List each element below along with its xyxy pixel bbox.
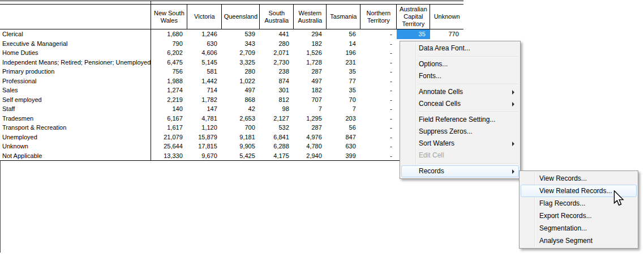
data-cell[interactable]: 4,606 xyxy=(187,48,222,58)
data-cell[interactable]: - xyxy=(360,29,397,39)
data-cell[interactable]: 497 xyxy=(222,86,260,95)
data-cell[interactable]: 182 xyxy=(294,39,327,49)
menu-item-field-reference-setting[interactable]: Field Reference Setting... xyxy=(401,114,519,126)
row-label-executive-managerial[interactable]: Executive & Managerial xyxy=(0,39,151,49)
data-cell[interactable]: 287 xyxy=(294,123,327,133)
menu-item-data-area-font[interactable]: Data Area Font... xyxy=(401,42,519,54)
submenu-item-segmentation[interactable]: Segmentation... xyxy=(521,222,637,234)
data-cell[interactable]: 140 xyxy=(151,104,187,114)
row-label-independent-means-retired-pensioner-unemployed[interactable]: Independent Means; Retired; Pensioner; U… xyxy=(0,58,151,67)
data-cell[interactable]: 17,815 xyxy=(187,142,222,151)
column-header-new-south-wales[interactable]: New South Wales xyxy=(151,5,187,29)
data-cell[interactable]: 14 xyxy=(327,39,360,49)
data-cell[interactable]: - xyxy=(360,86,397,95)
row-label-unemployed[interactable]: Unemployed xyxy=(0,133,151,142)
data-cell[interactable]: 182 xyxy=(294,86,327,95)
data-cell[interactable]: 1,782 xyxy=(187,95,222,105)
column-header-unknown[interactable]: Unknown xyxy=(430,5,463,29)
data-cell[interactable]: 1,526 xyxy=(294,48,327,58)
data-cell[interactable]: 1,246 xyxy=(187,29,222,39)
data-cell[interactable]: - xyxy=(360,123,397,133)
data-cell[interactable]: 6,167 xyxy=(151,114,187,123)
row-label-not-applicable[interactable]: Not Applicable xyxy=(0,151,151,161)
data-cell[interactable]: 238 xyxy=(260,67,294,76)
menu-item-sort-wafers[interactable]: Sort Wafers xyxy=(401,138,519,150)
submenu-item-view-records[interactable]: View Records... xyxy=(521,172,637,185)
data-cell[interactable]: 280 xyxy=(260,39,294,49)
data-cell[interactable]: 15,879 xyxy=(187,133,222,142)
data-cell[interactable]: 35 xyxy=(327,67,360,76)
column-header-northern-territory[interactable]: Northern Territory xyxy=(360,5,397,29)
data-cell[interactable]: 847 xyxy=(327,133,360,142)
data-cell[interactable]: 399 xyxy=(327,151,360,161)
data-cell[interactable]: 874 xyxy=(260,76,294,86)
data-cell[interactable]: 1,617 xyxy=(151,123,187,133)
data-cell[interactable]: 1,022 xyxy=(222,76,260,86)
data-cell[interactable]: 1,295 xyxy=(294,114,327,123)
data-cell[interactable]: 280 xyxy=(222,67,260,76)
data-cell[interactable]: 42 xyxy=(222,104,260,114)
data-cell[interactable]: 21,079 xyxy=(151,133,187,142)
data-cell[interactable]: 2,127 xyxy=(260,114,294,123)
data-cell[interactable]: 630 xyxy=(187,39,222,49)
data-cell[interactable]: 77 xyxy=(327,76,360,86)
data-cell[interactable]: - xyxy=(360,39,397,49)
data-cell[interactable]: 6,841 xyxy=(260,133,294,142)
row-label-transport-recreation[interactable]: Transport & Recreation xyxy=(0,123,151,133)
data-cell[interactable]: 231 xyxy=(327,58,360,67)
data-cell[interactable]: 868 xyxy=(222,95,260,105)
data-cell[interactable]: 581 xyxy=(187,67,222,76)
data-cell[interactable]: 7 xyxy=(327,104,360,114)
data-cell[interactable]: 714 xyxy=(187,86,222,95)
data-cell[interactable]: - xyxy=(360,151,397,161)
data-cell[interactable]: 9,181 xyxy=(222,133,260,142)
data-cell[interactable]: 539 xyxy=(222,29,260,39)
data-cell[interactable]: 13,330 xyxy=(151,151,187,161)
submenu-item-analyse-segment[interactable]: Analyse Segment xyxy=(521,234,637,247)
row-label-staff[interactable]: Staff xyxy=(0,104,151,114)
menu-item-records[interactable]: Records xyxy=(401,165,519,177)
data-cell[interactable]: 1,988 xyxy=(151,76,187,86)
data-cell[interactable]: 2,730 xyxy=(260,58,294,67)
data-cell[interactable]: - xyxy=(360,114,397,123)
data-cell[interactable]: 70 xyxy=(327,95,360,105)
column-header-western-australia[interactable]: Western Australia xyxy=(294,5,327,29)
data-cell[interactable]: 343 xyxy=(222,39,260,49)
data-cell[interactable]: - xyxy=(360,95,397,105)
data-cell[interactable]: 9,905 xyxy=(222,142,260,151)
data-cell[interactable]: 301 xyxy=(260,86,294,95)
data-cell[interactable]: - xyxy=(360,48,397,58)
data-cell[interactable]: - xyxy=(360,67,397,76)
selected-cell[interactable]: 35 xyxy=(397,29,430,39)
submenu-item-export-records[interactable]: Export Records... xyxy=(521,210,637,222)
row-label-professional[interactable]: Professional xyxy=(0,76,151,86)
data-cell[interactable]: 1,442 xyxy=(187,76,222,86)
row-label-tradesmen[interactable]: Tradesmen xyxy=(0,114,151,123)
data-cell[interactable]: - xyxy=(360,133,397,142)
menu-item-conceal-cells[interactable]: Conceal Cells xyxy=(401,98,519,110)
data-cell[interactable]: 707 xyxy=(294,95,327,105)
data-cell[interactable]: 25,644 xyxy=(151,142,187,151)
data-cell[interactable]: 3,325 xyxy=(222,58,260,67)
row-label-self-employed[interactable]: Self employed xyxy=(0,95,151,105)
data-cell[interactable]: 630 xyxy=(327,142,360,151)
menu-item-annotate-cells[interactable]: Annotate Cells xyxy=(401,86,519,98)
data-cell[interactable]: 756 xyxy=(151,67,187,76)
data-cell[interactable]: 441 xyxy=(260,29,294,39)
row-label-unknown[interactable]: Unknown xyxy=(0,142,151,151)
data-cell[interactable]: 4,781 xyxy=(187,114,222,123)
data-cell[interactable]: 532 xyxy=(260,123,294,133)
data-cell[interactable]: 2,940 xyxy=(294,151,327,161)
data-cell[interactable]: 700 xyxy=(222,123,260,133)
data-cell[interactable]: 2,653 xyxy=(222,114,260,123)
data-cell[interactable]: 7 xyxy=(294,104,327,114)
data-cell[interactable]: 294 xyxy=(294,29,327,39)
data-cell[interactable]: - xyxy=(360,76,397,86)
data-cell[interactable]: 2,219 xyxy=(151,95,187,105)
data-cell[interactable]: 35 xyxy=(327,86,360,95)
data-cell[interactable]: 1,120 xyxy=(187,123,222,133)
row-label-home-duties[interactable]: Home Duties xyxy=(0,48,151,58)
column-header-victoria[interactable]: Victoria xyxy=(187,5,222,29)
data-cell[interactable]: - xyxy=(360,58,397,67)
data-cell[interactable]: 4,780 xyxy=(294,142,327,151)
